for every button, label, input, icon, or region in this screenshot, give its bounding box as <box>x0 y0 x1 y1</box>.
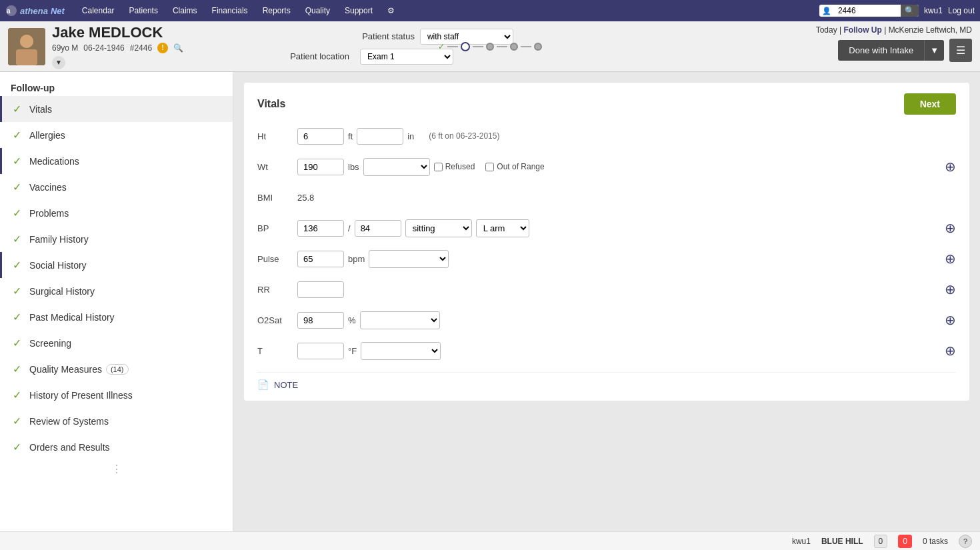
bottom-badge-1: 0 <box>874 535 888 548</box>
logo-suffix: Net <box>51 6 65 16</box>
wt-refused-label[interactable]: Refused <box>434 162 475 171</box>
sidebar-section-label: Follow-up <box>0 77 233 96</box>
ht-ft-input[interactable] <box>297 128 344 145</box>
check-icon-vaccines: ✓ <box>13 181 21 193</box>
bottom-badge-2: 0 <box>898 535 912 548</box>
sidebar-item-medications[interactable]: ✓ Medications <box>0 148 233 174</box>
rr-add-button[interactable]: ⊕ <box>945 283 956 296</box>
sidebar-item-quality-measures[interactable]: ✓ Quality Measures (14) <box>0 356 233 382</box>
pulse-label: Pulse <box>257 254 297 264</box>
o2sat-method-select[interactable]: room air O2 <box>360 311 440 329</box>
o2sat-inputs: % room air O2 ⊕ <box>297 311 956 329</box>
rr-input[interactable] <box>297 281 344 298</box>
global-search[interactable]: 👤 🔍 <box>819 5 919 17</box>
o2sat-add-button[interactable]: ⊕ <box>945 313 956 327</box>
hamburger-button[interactable]: ☰ <box>949 39 972 62</box>
sidebar-item-vaccines[interactable]: ✓ Vaccines <box>0 174 233 200</box>
provider-label: McKenzie Leftwich, MD <box>889 25 972 35</box>
bmi-label: BMI <box>257 193 297 203</box>
pulse-rhythm-select[interactable]: regular irregular <box>369 250 449 268</box>
sidebar-item-history-present-illness[interactable]: ✓ History of Present Illness <box>0 382 233 408</box>
patient-location-label-text: Patient location <box>290 51 349 61</box>
check-icon-problems: ✓ <box>13 207 21 219</box>
ht-in-input[interactable] <box>357 128 403 145</box>
wt-out-of-range-text: Out of Range <box>497 162 544 171</box>
vital-row-wt: Wt lbs Refused Out of Range <box>257 156 956 177</box>
sidebar-item-past-medical-history[interactable]: ✓ Past Medical History <box>0 304 233 330</box>
global-search-input[interactable] <box>834 5 901 17</box>
bp-side-select[interactable]: L arm R arm L leg R leg <box>476 219 529 237</box>
temp-unit: °F <box>348 346 357 356</box>
wt-input[interactable] <box>297 159 344 175</box>
svg-text:a: a <box>7 7 11 15</box>
pulse-inputs: bpm regular irregular ⊕ <box>297 250 956 268</box>
wt-add-button[interactable]: ⊕ <box>945 160 956 173</box>
wt-inputs: lbs Refused Out of Range <box>297 158 956 176</box>
temp-method-select[interactable]: oral rectal tympanic axillary <box>361 342 441 360</box>
pulse-add-button[interactable]: ⊕ <box>945 252 956 265</box>
vital-row-temp: T °F oral rectal tympanic axillary ⊕ <box>257 340 956 361</box>
nav-financials[interactable]: Financials <box>205 3 255 18</box>
wt-select[interactable] <box>363 158 430 176</box>
nav-user[interactable]: kwu1 <box>924 6 943 15</box>
nav-calendar[interactable]: Calendar <box>75 3 121 18</box>
ht-hint: (6 ft on 06-23-2015) <box>429 131 499 141</box>
rr-label: RR <box>257 285 297 295</box>
sidebar-item-social-history[interactable]: ✓ Social History <box>0 252 233 278</box>
patient-status-label-text: Patient status <box>362 31 415 41</box>
vitals-header: Vitals Next <box>257 93 956 115</box>
sidebar-item-screening[interactable]: ✓ Screening <box>0 330 233 356</box>
temp-input[interactable] <box>297 343 344 359</box>
next-button[interactable]: Next <box>904 93 956 115</box>
vital-row-ht: Ht ft in (6 ft on 06-23-2015) <box>257 125 956 147</box>
check-icon-past-medical-history: ✓ <box>13 311 21 323</box>
top-nav: a athenaNet Calendar Patients Claims Fin… <box>0 0 980 21</box>
sidebar-label-allergies: Allergies <box>29 130 65 141</box>
nav-support[interactable]: Support <box>338 3 379 18</box>
nav-patients[interactable]: Patients <box>123 3 165 18</box>
nav-settings[interactable]: ⚙ <box>381 3 401 18</box>
bp-add-button[interactable]: ⊕ <box>945 221 956 235</box>
nav-reports[interactable]: Reports <box>256 3 297 18</box>
pulse-input[interactable] <box>297 251 344 267</box>
wt-unit: lbs <box>348 162 359 172</box>
wt-refused-checkbox[interactable] <box>434 163 443 171</box>
wt-out-of-range-checkbox[interactable] <box>485 163 494 171</box>
sidebar-label-vitals: Vitals <box>29 104 52 115</box>
alert-icon: ! <box>157 43 168 53</box>
workflow-steps: ✓ <box>438 42 542 51</box>
note-label[interactable]: NOTE <box>274 380 298 390</box>
sidebar-label-review-of-systems: Review of Systems <box>29 416 109 427</box>
patient-age: 69yo M <box>52 43 78 53</box>
sidebar-label-family-history: Family History <box>29 234 89 245</box>
sidebar-item-vitals[interactable]: ✓ Vitals <box>0 96 233 122</box>
sidebar-item-surgical-history[interactable]: ✓ Surgical History <box>0 278 233 304</box>
patient-expand-btn[interactable]: ▼ <box>52 56 65 69</box>
sidebar-item-allergies[interactable]: ✓ Allergies <box>0 122 233 148</box>
bp-diastolic-input[interactable] <box>355 220 401 237</box>
svg-point-5 <box>20 35 33 48</box>
nav-logout[interactable]: Log out <box>948 6 975 15</box>
bottom-tasks: 0 tasks <box>923 537 948 546</box>
temp-add-button[interactable]: ⊕ <box>945 344 956 357</box>
nav-quality[interactable]: Quality <box>299 3 337 18</box>
vital-row-bp: BP / sitting standing supine L arm R arm… <box>257 217 956 239</box>
o2sat-input[interactable] <box>297 312 344 329</box>
follow-up-label[interactable]: Follow Up <box>844 25 882 35</box>
step-dot-4 <box>510 43 518 51</box>
bottom-bar: kwu1 BLUE HILL 0 0 0 tasks ? <box>0 531 980 550</box>
sidebar-item-orders-results[interactable]: ✓ Orders and Results <box>0 434 233 460</box>
global-search-button[interactable]: 🔍 <box>901 5 919 17</box>
sidebar-item-review-of-systems[interactable]: ✓ Review of Systems <box>0 408 233 434</box>
done-intake-button[interactable]: Done with Intake <box>838 40 924 61</box>
bp-systolic-input[interactable] <box>297 220 344 237</box>
nav-claims[interactable]: Claims <box>166 3 204 18</box>
temp-inputs: °F oral rectal tympanic axillary ⊕ <box>297 342 956 360</box>
sidebar-item-problems[interactable]: ✓ Problems <box>0 200 233 226</box>
help-button[interactable]: ? <box>959 535 972 548</box>
sidebar-item-family-history[interactable]: ✓ Family History <box>0 226 233 252</box>
done-intake-arrow-button[interactable]: ▼ <box>924 40 944 61</box>
wt-out-of-range-label[interactable]: Out of Range <box>485 162 544 171</box>
patient-search-icon[interactable]: 🔍 <box>173 43 183 53</box>
bp-position-select[interactable]: sitting standing supine <box>405 219 472 237</box>
